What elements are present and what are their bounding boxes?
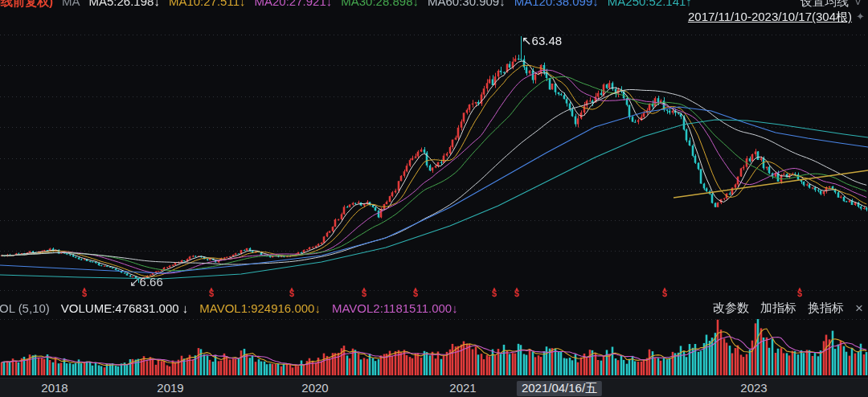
low-price-annotation: ↙6.66 [129, 275, 163, 289]
axis-year-label: 2019 [157, 381, 183, 395]
chevron-down-icon[interactable]: ˅ [855, 0, 861, 9]
mavol2-value: MAVOL2:1181511.000↓ [332, 301, 458, 315]
time-axis: 20182019202020212021/04/16/五2023 [0, 378, 868, 397]
dividend-marker: ▴$ [489, 286, 500, 297]
dividend-marker: ▴$ [794, 286, 805, 297]
indicator-action-button[interactable]: 改参数 [713, 301, 749, 316]
vol-indicator-label: VOL (5,10) [0, 301, 50, 315]
indicator-action-button[interactable]: 加指标 [760, 301, 796, 316]
kline-chart-canvas[interactable] [0, 0, 868, 397]
dividend-marker: ▴$ [358, 286, 370, 297]
indicator-actions: 改参数加指标换指标 [713, 301, 844, 316]
kline-window: 均线前复权) MA MA5:26.198↓MA10:27.511↓MA20:27… [0, 0, 868, 397]
axis-year-label: 2020 [301, 381, 328, 395]
ma-legend-item: MA30:28.898↓ [341, 0, 419, 10]
volume-value: VOLUME:476831.000 ↓ [61, 301, 188, 315]
crosshair-date-label: 2021/04/16/五 [517, 381, 602, 396]
axis-year-label: 2021 [449, 381, 476, 395]
dividend-marker: ▴$ [286, 286, 297, 297]
ma-indicator-label: MA [62, 0, 80, 10]
ma-legend-item: MA20:27.921↓ [255, 0, 333, 10]
close-icon[interactable]: × [855, 301, 863, 317]
date-range-link[interactable]: 2017/11/10-2023/10/17(304根) [688, 10, 852, 25]
high-price-annotation: ↖63.48 [522, 34, 562, 48]
dividend-marker: ▴$ [511, 286, 522, 297]
ma-legend-item: MA250:52.141↑ [608, 0, 692, 10]
volume-header: VOL (5,10) VOLUME:476831.000 ↓ MAVOL1:92… [0, 300, 868, 317]
ma-legend-item: MA10:27.511↓ [169, 0, 246, 10]
dividend-marker: ▴$ [79, 286, 90, 297]
mavol1-value: MAVOL1:924916.000↓ [199, 301, 321, 315]
ma-settings-button[interactable]: 设置均线 [800, 0, 849, 10]
dividend-marker: ▴$ [659, 286, 670, 297]
dividend-marker: ▴$ [410, 286, 421, 297]
axis-year-label: 2018 [41, 381, 68, 395]
ma-legend-item: MA5:26.198↓ [89, 0, 160, 10]
axis-year-label: 2023 [740, 381, 767, 395]
indicator-action-button[interactable]: 换指标 [808, 301, 844, 316]
ma-legend: 均线前复权) MA MA5:26.198↓MA10:27.511↓MA20:27… [0, 0, 692, 10]
ma-legend-item: MA120:38.099↓ [514, 0, 599, 10]
dividend-marker: ▴$ [206, 286, 217, 297]
ma-legend-item: MA60:30.909↓ [428, 0, 506, 10]
pin-icon[interactable]: ✦ [856, 10, 865, 23]
adjust-mode-label[interactable]: 均线前复权) [0, 0, 53, 10]
